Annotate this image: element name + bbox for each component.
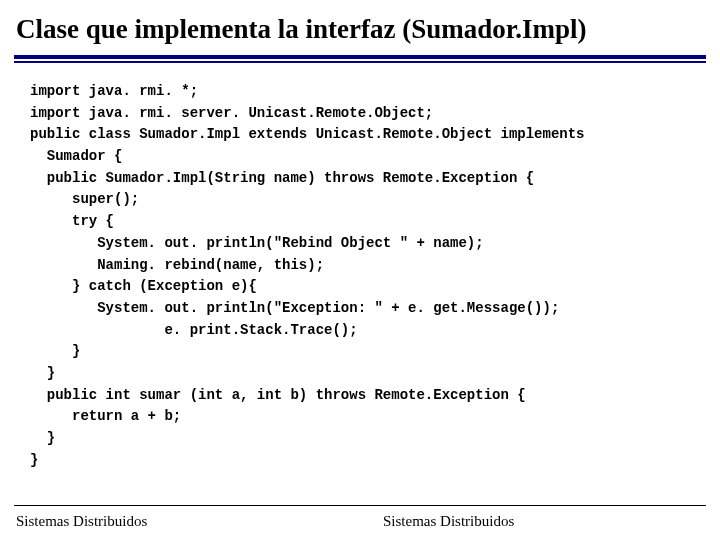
footer-right-text: Sistemas Distribuidos bbox=[353, 513, 720, 530]
footer-left-text: Sistemas Distribuidos bbox=[0, 513, 353, 530]
code-block: import java. rmi. *; import java. rmi. s… bbox=[0, 63, 720, 481]
footer: Sistemas Distribuidos Sistemas Distribui… bbox=[0, 513, 720, 530]
divider-thick bbox=[14, 55, 706, 59]
footer-divider bbox=[14, 505, 706, 506]
title-divider bbox=[14, 55, 706, 63]
slide-title: Clase que implementa la interfaz (Sumado… bbox=[0, 0, 720, 55]
